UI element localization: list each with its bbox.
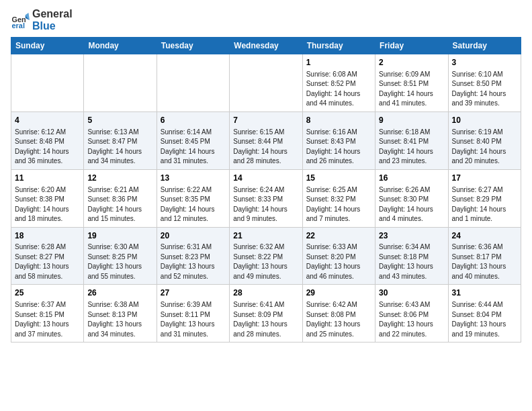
day-number: 26	[87, 287, 152, 299]
cell-details: Sunrise: 6:33 AM Sunset: 8:20 PM Dayligh…	[306, 242, 371, 281]
day-number: 16	[379, 173, 444, 184]
calendar-cell: 28Sunrise: 6:41 AM Sunset: 8:09 PM Dayli…	[230, 285, 302, 342]
calendar-cell: 29Sunrise: 6:42 AM Sunset: 8:08 PM Dayli…	[302, 285, 375, 342]
calendar-cell: 9Sunrise: 6:18 AM Sunset: 8:41 PM Daylig…	[375, 111, 448, 169]
calendar-cell	[230, 54, 302, 112]
day-number: 31	[452, 287, 517, 299]
calendar-cell	[84, 54, 157, 112]
day-number: 14	[233, 173, 298, 184]
cell-details: Sunrise: 6:41 AM Sunset: 8:09 PM Dayligh…	[233, 300, 298, 339]
day-number: 19	[87, 230, 152, 242]
cell-details: Sunrise: 6:15 AM Sunset: 8:44 PM Dayligh…	[233, 128, 298, 167]
header-sunday: Sunday	[11, 38, 84, 54]
header-thursday: Thursday	[302, 38, 375, 54]
day-number: 22	[306, 230, 371, 242]
calendar-week-row: 11Sunrise: 6:20 AM Sunset: 8:38 PM Dayli…	[11, 169, 521, 227]
day-number: 15	[306, 173, 371, 184]
calendar-cell: 5Sunrise: 6:13 AM Sunset: 8:47 PM Daylig…	[84, 111, 157, 169]
day-number: 24	[452, 230, 517, 242]
cell-details: Sunrise: 6:08 AM Sunset: 8:52 PM Dayligh…	[306, 70, 371, 109]
day-number: 3	[452, 57, 517, 68]
calendar-cell: 3Sunrise: 6:10 AM Sunset: 8:50 PM Daylig…	[448, 54, 521, 112]
cell-details: Sunrise: 6:09 AM Sunset: 8:51 PM Dayligh…	[379, 70, 444, 109]
cell-details: Sunrise: 6:39 AM Sunset: 8:11 PM Dayligh…	[161, 300, 226, 339]
day-number: 9	[379, 115, 444, 126]
day-number: 8	[306, 115, 371, 126]
cell-details: Sunrise: 6:12 AM Sunset: 8:48 PM Dayligh…	[15, 128, 80, 167]
calendar-table: SundayMondayTuesdayWednesdayThursdayFrid…	[11, 37, 521, 342]
calendar-cell: 27Sunrise: 6:39 AM Sunset: 8:11 PM Dayli…	[157, 285, 229, 342]
calendar-cell: 2Sunrise: 6:09 AM Sunset: 8:51 PM Daylig…	[375, 54, 448, 112]
calendar-cell: 18Sunrise: 6:28 AM Sunset: 8:27 PM Dayli…	[11, 227, 84, 285]
calendar-cell: 1Sunrise: 6:08 AM Sunset: 8:52 PM Daylig…	[302, 54, 375, 112]
calendar-cell: 24Sunrise: 6:36 AM Sunset: 8:17 PM Dayli…	[448, 227, 521, 285]
calendar-cell: 15Sunrise: 6:25 AM Sunset: 8:32 PM Dayli…	[302, 169, 375, 227]
day-number: 11	[15, 173, 80, 184]
logo-line2: Blue	[32, 20, 73, 32]
cell-details: Sunrise: 6:36 AM Sunset: 8:17 PM Dayligh…	[452, 242, 517, 281]
calendar-cell: 31Sunrise: 6:44 AM Sunset: 8:04 PM Dayli…	[448, 285, 521, 342]
header-wednesday: Wednesday	[230, 38, 302, 54]
calendar-cell	[157, 54, 229, 112]
cell-details: Sunrise: 6:18 AM Sunset: 8:41 PM Dayligh…	[379, 128, 444, 167]
cell-details: Sunrise: 6:30 AM Sunset: 8:25 PM Dayligh…	[87, 242, 152, 281]
day-number: 21	[233, 230, 298, 242]
calendar-cell: 6Sunrise: 6:14 AM Sunset: 8:45 PM Daylig…	[157, 111, 229, 169]
calendar-cell: 11Sunrise: 6:20 AM Sunset: 8:38 PM Dayli…	[11, 169, 84, 227]
cell-details: Sunrise: 6:16 AM Sunset: 8:43 PM Dayligh…	[306, 128, 371, 167]
day-number: 13	[161, 173, 226, 184]
day-number: 10	[452, 115, 517, 126]
calendar-cell: 16Sunrise: 6:26 AM Sunset: 8:30 PM Dayli…	[375, 169, 448, 227]
calendar-cell: 19Sunrise: 6:30 AM Sunset: 8:25 PM Dayli…	[84, 227, 157, 285]
cell-details: Sunrise: 6:25 AM Sunset: 8:32 PM Dayligh…	[306, 185, 371, 224]
day-number: 27	[161, 287, 226, 299]
day-number: 12	[87, 173, 152, 184]
calendar-week-row: 25Sunrise: 6:37 AM Sunset: 8:15 PM Dayli…	[11, 285, 521, 342]
cell-details: Sunrise: 6:44 AM Sunset: 8:04 PM Dayligh…	[452, 300, 517, 339]
calendar-cell: 30Sunrise: 6:43 AM Sunset: 8:06 PM Dayli…	[375, 285, 448, 342]
cell-details: Sunrise: 6:10 AM Sunset: 8:50 PM Dayligh…	[452, 70, 517, 109]
header-tuesday: Tuesday	[157, 38, 229, 54]
day-number: 20	[161, 230, 226, 242]
day-number: 25	[15, 287, 80, 299]
cell-details: Sunrise: 6:38 AM Sunset: 8:13 PM Dayligh…	[87, 300, 152, 339]
svg-text:eral: eral	[12, 21, 25, 30]
calendar-cell: 10Sunrise: 6:19 AM Sunset: 8:40 PM Dayli…	[448, 111, 521, 169]
cell-details: Sunrise: 6:42 AM Sunset: 8:08 PM Dayligh…	[306, 300, 371, 339]
header-monday: Monday	[84, 38, 157, 54]
day-number: 6	[161, 115, 226, 126]
day-number: 2	[379, 57, 444, 68]
cell-details: Sunrise: 6:21 AM Sunset: 8:36 PM Dayligh…	[87, 185, 152, 224]
calendar-cell: 8Sunrise: 6:16 AM Sunset: 8:43 PM Daylig…	[302, 111, 375, 169]
cell-details: Sunrise: 6:34 AM Sunset: 8:18 PM Dayligh…	[379, 242, 444, 281]
calendar-cell: 7Sunrise: 6:15 AM Sunset: 8:44 PM Daylig…	[230, 111, 302, 169]
day-number: 7	[233, 115, 298, 126]
day-number: 18	[15, 230, 80, 242]
calendar-cell: 25Sunrise: 6:37 AM Sunset: 8:15 PM Dayli…	[11, 285, 84, 342]
day-number: 1	[306, 57, 371, 68]
calendar-cell: 4Sunrise: 6:12 AM Sunset: 8:48 PM Daylig…	[11, 111, 84, 169]
day-number: 5	[87, 115, 152, 126]
cell-details: Sunrise: 6:20 AM Sunset: 8:38 PM Dayligh…	[15, 185, 80, 224]
day-number: 28	[233, 287, 298, 299]
calendar-cell: 22Sunrise: 6:33 AM Sunset: 8:20 PM Dayli…	[302, 227, 375, 285]
cell-details: Sunrise: 6:37 AM Sunset: 8:15 PM Dayligh…	[15, 300, 80, 339]
header-friday: Friday	[375, 38, 448, 54]
cell-details: Sunrise: 6:28 AM Sunset: 8:27 PM Dayligh…	[15, 242, 80, 281]
cell-details: Sunrise: 6:13 AM Sunset: 8:47 PM Dayligh…	[87, 128, 152, 167]
cell-details: Sunrise: 6:32 AM Sunset: 8:22 PM Dayligh…	[233, 242, 298, 281]
cell-details: Sunrise: 6:24 AM Sunset: 8:33 PM Dayligh…	[233, 185, 298, 224]
cell-details: Sunrise: 6:27 AM Sunset: 8:29 PM Dayligh…	[452, 185, 517, 224]
cell-details: Sunrise: 6:14 AM Sunset: 8:45 PM Dayligh…	[161, 128, 226, 167]
calendar-week-row: 18Sunrise: 6:28 AM Sunset: 8:27 PM Dayli…	[11, 227, 521, 285]
calendar-cell: 21Sunrise: 6:32 AM Sunset: 8:22 PM Dayli…	[230, 227, 302, 285]
header-saturday: Saturday	[448, 38, 521, 54]
cell-details: Sunrise: 6:22 AM Sunset: 8:35 PM Dayligh…	[161, 185, 226, 224]
day-number: 29	[306, 287, 371, 299]
calendar-cell	[11, 54, 84, 112]
calendar-week-row: 4Sunrise: 6:12 AM Sunset: 8:48 PM Daylig…	[11, 111, 521, 169]
cell-details: Sunrise: 6:31 AM Sunset: 8:23 PM Dayligh…	[161, 242, 226, 281]
calendar-cell: 17Sunrise: 6:27 AM Sunset: 8:29 PM Dayli…	[448, 169, 521, 227]
cell-details: Sunrise: 6:43 AM Sunset: 8:06 PM Dayligh…	[379, 300, 444, 339]
calendar-cell: 14Sunrise: 6:24 AM Sunset: 8:33 PM Dayli…	[230, 169, 302, 227]
